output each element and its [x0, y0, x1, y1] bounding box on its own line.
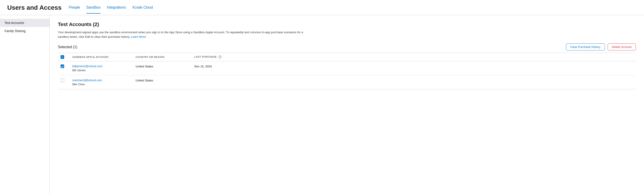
- action-buttons: Clear Purchase History Delete Account: [566, 44, 636, 51]
- row-1-country-cell: United States: [133, 61, 192, 75]
- tab-integrations[interactable]: Integrations: [107, 6, 126, 14]
- learn-more-link[interactable]: Learn More: [131, 35, 146, 39]
- delete-account-button[interactable]: Delete Account: [608, 44, 636, 51]
- last-purchase-help-icon[interactable]: ?: [218, 55, 222, 59]
- page-title: Users and Access: [7, 4, 62, 15]
- row-1-purchase-cell: Nov 15, 2024: [192, 61, 636, 75]
- row-2-account-cell: meichen3@icloud.com Mei Chen: [70, 75, 133, 89]
- row-2-name: Mei Chen: [72, 83, 85, 86]
- row-2-country-cell: United States: [133, 75, 192, 89]
- row-1-check-cell: [58, 61, 70, 75]
- table-header-row: SANDBOX APPLE ACCOUNT COUNTRY OR REGION …: [58, 53, 636, 61]
- tab-sandbox[interactable]: Sandbox: [86, 6, 100, 14]
- layout: Test Accounts Family Sharing Test Accoun…: [0, 15, 644, 195]
- row-1-purchase-date: Nov 15, 2024: [194, 65, 212, 68]
- clear-purchase-history-button[interactable]: Clear Purchase History: [566, 44, 605, 51]
- col-header-last-purchase: LAST PURCHASE ?: [192, 53, 636, 61]
- tab-people[interactable]: People: [69, 6, 80, 14]
- row-2-purchase-cell: [192, 75, 636, 89]
- description-text: Your development-signed apps use the san…: [58, 31, 303, 39]
- row-2-email[interactable]: meichen3@icloud.com: [72, 79, 130, 82]
- col-header-account: SANDBOX APPLE ACCOUNT: [70, 53, 133, 61]
- header-nav: People Sandbox Integrations Xcode Cloud: [69, 6, 153, 14]
- col-header-country: COUNTRY OR REGION: [133, 53, 192, 61]
- row-2-country: United States: [136, 79, 153, 82]
- table-row: billjames2@icloud.com Bill James United …: [58, 61, 636, 75]
- row-1-name: Bill James: [72, 69, 86, 72]
- row-1-country: United States: [136, 65, 153, 68]
- row-2-checkbox[interactable]: [60, 79, 64, 82]
- row-1-checkbox[interactable]: [60, 65, 64, 68]
- sidebar-item-family-sharing[interactable]: Family Sharing: [0, 27, 50, 35]
- description: Your development-signed apps use the san…: [58, 30, 306, 39]
- table-row: meichen3@icloud.com Mei Chen United Stat…: [58, 75, 636, 89]
- selected-label: Selected (1): [58, 45, 77, 49]
- selected-bar: Selected (1) Clear Purchase History Dele…: [58, 44, 636, 51]
- header: Users and Access People Sandbox Integrat…: [0, 0, 644, 15]
- row-2-check-cell: [58, 75, 70, 89]
- tab-xcode-cloud[interactable]: Xcode Cloud: [132, 6, 153, 14]
- row-1-account-cell: billjames2@icloud.com Bill James: [70, 61, 133, 75]
- accounts-table: SANDBOX APPLE ACCOUNT COUNTRY OR REGION …: [58, 53, 636, 89]
- col-header-check: [58, 53, 70, 61]
- row-1-email[interactable]: billjames2@icloud.com: [72, 65, 130, 68]
- sidebar: Test Accounts Family Sharing: [0, 15, 50, 195]
- sidebar-item-test-accounts[interactable]: Test Accounts: [0, 19, 50, 27]
- select-all-checkbox[interactable]: [60, 55, 64, 59]
- main-content: Test Accounts (2) Your development-signe…: [50, 15, 644, 195]
- section-title: Test Accounts (2): [58, 22, 636, 27]
